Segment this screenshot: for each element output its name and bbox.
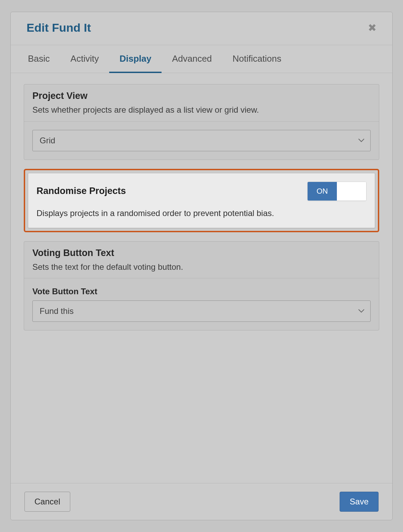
vote-button-text-select[interactable]: Fund this [32, 300, 371, 322]
project-view-select[interactable]: Grid [32, 130, 371, 151]
randomise-row: Randomise Projects ON [37, 182, 366, 201]
close-icon[interactable]: ✖ [368, 23, 376, 33]
modal-footer: Cancel Save [11, 483, 392, 520]
voting-card: Voting Button Text Sets the text for the… [24, 241, 379, 331]
randomise-toggle-on: ON [308, 182, 337, 201]
randomise-toggle-off [337, 182, 366, 201]
project-view-title: Project View [32, 91, 371, 101]
project-view-card: Project View Sets whether projects are d… [24, 84, 379, 160]
randomise-toggle[interactable]: ON [307, 182, 366, 201]
tab-advanced[interactable]: Advanced [162, 45, 222, 73]
modal-title: Edit Fund It [27, 21, 91, 34]
randomise-title: Randomise Projects [37, 186, 126, 196]
modal-header: Edit Fund It ✖ [11, 12, 392, 45]
save-button[interactable]: Save [340, 492, 379, 512]
randomise-desc: Displays projects in a randomised order … [37, 208, 366, 218]
project-view-select-wrap: Grid [32, 130, 371, 151]
voting-head: Voting Button Text Sets the text for the… [24, 242, 379, 279]
vote-button-text-label: Vote Button Text [32, 287, 371, 296]
tabs: Basic Activity Display Advanced Notifica… [11, 45, 392, 73]
voting-body: Vote Button Text Fund this [24, 278, 379, 330]
voting-title: Voting Button Text [32, 248, 371, 258]
randomise-card: Randomise Projects ON Displays projects … [28, 173, 375, 228]
tab-notifications[interactable]: Notifications [222, 45, 292, 73]
tab-basic[interactable]: Basic [18, 45, 60, 73]
voting-desc: Sets the text for the default voting but… [32, 261, 371, 273]
project-view-body: Grid [24, 122, 379, 160]
cancel-button[interactable]: Cancel [24, 492, 70, 512]
tab-display[interactable]: Display [109, 45, 162, 73]
tab-activity[interactable]: Activity [60, 45, 109, 73]
randomise-highlight: Randomise Projects ON Displays projects … [24, 169, 379, 232]
vote-button-text-select-wrap: Fund this [32, 300, 371, 322]
modal-body: Project View Sets whether projects are d… [11, 73, 392, 483]
project-view-desc: Sets whether projects are displayed as a… [32, 104, 371, 116]
edit-fund-it-modal: Edit Fund It ✖ Basic Activity Display Ad… [10, 12, 393, 520]
project-view-head: Project View Sets whether projects are d… [24, 84, 379, 122]
